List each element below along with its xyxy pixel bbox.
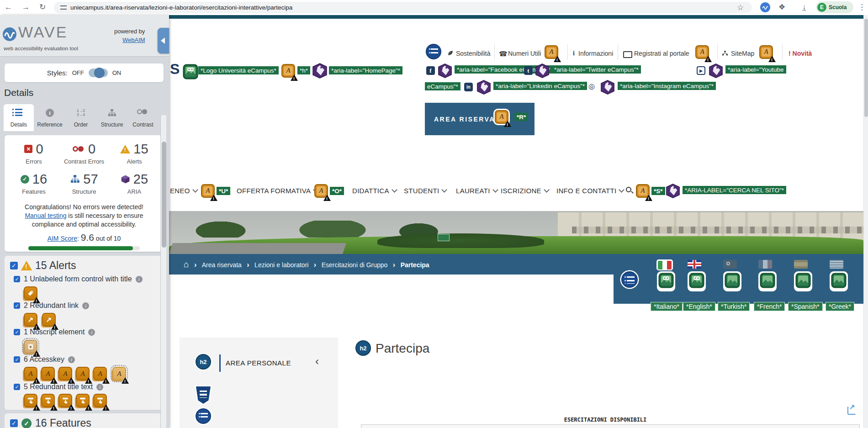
info-icon[interactable]: i	[82, 302, 89, 309]
wave-list-structure-icon[interactable]	[621, 271, 638, 288]
alert-checkbox[interactable]	[14, 384, 20, 390]
browser-menu-icon[interactable]: ⋮	[858, 2, 866, 13]
nav-didattica[interactable]: DIDATTICA	[352, 187, 397, 195]
wave-accesskey-alert-icon[interactable]: A	[695, 45, 709, 59]
external-link-icon[interactable]	[847, 406, 856, 415]
wave-h2-icon[interactable]: h2	[355, 340, 371, 356]
aim-score-link[interactable]: AIM Score	[48, 235, 77, 242]
flag-greece-icon[interactable]	[830, 260, 843, 269]
wave-linked-image-ring[interactable]	[688, 271, 706, 291]
wave-accesskey-icon[interactable]: A	[24, 367, 37, 380]
wave-accesskey-alert-icon[interactable]: A	[201, 184, 215, 198]
wave-redundant-link-icon[interactable]: ↗	[42, 313, 56, 327]
flag-spain-icon[interactable]	[794, 260, 808, 269]
wave-accesskey-alert-icon[interactable]: A	[281, 64, 295, 78]
wave-image-ring[interactable]	[758, 271, 777, 291]
utility-numeri-utili[interactable]: Numeri Utili	[508, 50, 541, 57]
wave-accesskey-icon[interactable]: A	[58, 367, 72, 380]
info-icon[interactable]: i	[96, 384, 103, 391]
wave-accesskey-alert-icon[interactable]: A	[314, 184, 328, 198]
wave-redundant-title-icon[interactable]	[93, 394, 107, 407]
bookmark-star-icon[interactable]: ☆	[737, 2, 744, 13]
facebook-icon[interactable]: f	[426, 66, 435, 75]
tab-details[interactable]: Details	[4, 104, 34, 131]
twitter-icon[interactable]: t	[524, 66, 533, 75]
info-icon[interactable]: i	[68, 356, 75, 363]
utility-sostenibilita[interactable]: Sostenibilità	[456, 50, 491, 57]
nav-iscrizione[interactable]: ISCRIZIONE	[501, 187, 549, 195]
flag-italy-frame[interactable]	[656, 259, 673, 270]
webaim-link[interactable]: WebAIM	[122, 37, 145, 43]
wave-accesskey-icon-selected[interactable]: A	[112, 367, 126, 380]
wave-aria-tag-icon[interactable]	[437, 63, 453, 79]
wave-redundant-link-icon[interactable]: ↗	[24, 313, 37, 327]
nav-info-contatti[interactable]: INFO E CONTATTI	[556, 187, 624, 195]
wave-aria-tag-icon[interactable]	[708, 63, 724, 79]
url-text[interactable]: uniecampus.it/area-riservata/lezioni-e-l…	[70, 4, 292, 11]
wave-accesskey-icon[interactable]: A	[76, 367, 90, 380]
wave-accesskey-icon[interactable]: A	[41, 367, 55, 380]
back-icon[interactable]: ←	[5, 2, 12, 13]
flag-france-icon[interactable]	[758, 260, 772, 269]
linkedin-icon[interactable]: in	[464, 83, 473, 91]
wave-accesskey-icon[interactable]: A	[93, 367, 107, 380]
wave-h2-icon[interactable]: h2	[196, 354, 211, 370]
wave-image-ring[interactable]	[723, 271, 741, 291]
wave-accesskey-alert-icon[interactable]: A	[545, 45, 558, 59]
forward-icon[interactable]: →	[22, 2, 30, 13]
nav-ateneo[interactable]: ENEO	[170, 187, 197, 195]
info-icon[interactable]: i	[136, 276, 143, 283]
panel-scrollbar-thumb[interactable]	[162, 142, 166, 248]
alert-checkbox[interactable]	[14, 276, 20, 282]
wave-unlabeled-form-icon[interactable]	[24, 286, 37, 300]
utility-registrati[interactable]: Registrati al portale	[634, 50, 689, 57]
wave-aria-tag-icon[interactable]	[312, 63, 328, 79]
address-bar[interactable]: uniecampus.it/area-riservata/lezioni-e-l…	[54, 2, 752, 13]
area-riservata-button[interactable]: AREA RISERVATA A *R*	[425, 103, 535, 135]
wave-aria-tag-icon[interactable]	[665, 183, 681, 199]
wave-accesskey-alert-icon[interactable]: A	[495, 110, 508, 124]
home-icon[interactable]: ⌂	[184, 259, 189, 269]
alerts-checkbox[interactable]	[10, 262, 18, 269]
wave-list-structure-icon[interactable]	[426, 44, 441, 59]
alert-checkbox[interactable]	[14, 329, 20, 335]
tab-order[interactable]: Order	[66, 104, 96, 131]
download-icon[interactable]: ↓	[802, 2, 806, 13]
utility-sitemap[interactable]: SiteMap	[731, 50, 754, 57]
site-info-icon[interactable]	[60, 5, 67, 10]
flag-turkey-icon[interactable]	[723, 260, 737, 269]
alert-checkbox[interactable]	[14, 302, 20, 309]
flag-uk-icon[interactable]	[688, 260, 701, 269]
wave-image-ring[interactable]	[830, 271, 848, 291]
wave-aria-tag-icon[interactable]	[476, 79, 492, 95]
tab-reference[interactable]: i Reference	[35, 104, 65, 131]
breadcrumb-area-riservata[interactable]: Area riservata	[202, 261, 242, 269]
instagram-icon[interactable]: ◎	[588, 82, 595, 90]
search-icon[interactable]	[626, 187, 631, 192]
tab-contrast[interactable]: Contrast	[128, 104, 158, 131]
wave-accesskey-alert-icon[interactable]: A	[759, 45, 773, 59]
tab-structure[interactable]: Structure	[97, 104, 127, 131]
styles-toggle[interactable]	[89, 69, 108, 77]
wave-redundant-title-icon[interactable]	[76, 394, 90, 407]
nav-offerta-formativa[interactable]: OFFERTA FORMATIVA	[237, 187, 318, 195]
panel-scrollbar[interactable]	[160, 115, 166, 428]
wave-aria-tag-icon[interactable]	[600, 79, 615, 95]
wave-linked-image-ring[interactable]	[657, 271, 675, 291]
utility-informazioni[interactable]: Informazioni	[578, 50, 613, 57]
features-checkbox[interactable]	[10, 419, 18, 427]
extensions-puzzle-icon[interactable]: ❖	[778, 2, 785, 13]
wave-linked-image-icon[interactable]	[183, 64, 198, 79]
manual-testing-link[interactable]: Manual testing	[25, 212, 66, 219]
browser-profile-chip[interactable]: E Scuola	[816, 1, 853, 13]
window-scrollbar-thumb[interactable]	[864, 19, 868, 117]
utility-novita[interactable]: ! Novità	[789, 50, 812, 57]
window-scrollbar[interactable]	[863, 15, 868, 428]
collapse-sidebar-icon[interactable]: ‹	[315, 355, 319, 368]
wave-redundant-title-icon[interactable]	[24, 394, 37, 407]
info-icon[interactable]: i	[88, 329, 95, 336]
wave-redundant-title-icon[interactable]	[41, 394, 55, 407]
breadcrumb-lezioni[interactable]: Lezioni e laboratori	[254, 261, 308, 269]
nav-studenti[interactable]: STUDENTI	[404, 187, 446, 195]
nav-laureati[interactable]: LAUREATI	[456, 187, 498, 195]
